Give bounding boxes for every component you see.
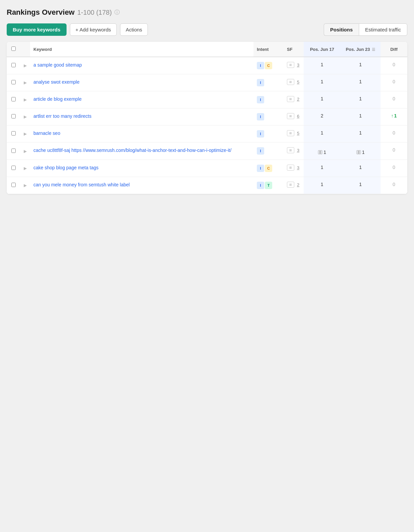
pos-jun17-cell: 2 bbox=[304, 108, 340, 125]
sf-col-header: SF bbox=[284, 42, 304, 57]
pos-jun23-cell: 1 bbox=[340, 108, 381, 125]
row-expand[interactable]: ▶ bbox=[20, 57, 30, 74]
sf-icon: ⊞ bbox=[287, 130, 294, 136]
diff-cell: 0 bbox=[381, 74, 407, 91]
pos-jun17-cell: 1 bbox=[304, 57, 340, 74]
sf-icon: ⊞ bbox=[287, 165, 294, 171]
row-expand[interactable]: ▶ bbox=[20, 91, 30, 108]
intent-badge-i: I bbox=[257, 96, 264, 103]
sf-cell: ⊞5 bbox=[284, 74, 304, 91]
pos-jun23-col-header[interactable]: Pos. Jun 23 ☰ bbox=[340, 42, 381, 57]
sf-cell: ⊞5 bbox=[284, 125, 304, 143]
sf-icon: ⊞ bbox=[287, 147, 294, 153]
row-checkbox-cell bbox=[7, 74, 20, 91]
row-checkbox[interactable] bbox=[11, 183, 16, 187]
sf-icon: ⊞ bbox=[287, 113, 294, 119]
diff-cell: ↑1 bbox=[381, 108, 407, 125]
intent-cell: IC bbox=[253, 160, 284, 177]
row-expand[interactable]: ▶ bbox=[20, 143, 30, 160]
intent-badge-i: I bbox=[257, 62, 264, 69]
diff-cell: 0 bbox=[381, 57, 407, 74]
row-checkbox-cell bbox=[7, 91, 20, 108]
sf-cell: ⊞2 bbox=[284, 177, 304, 194]
row-checkbox[interactable] bbox=[11, 166, 16, 170]
keyword-col-header: Keyword bbox=[30, 42, 253, 57]
row-expand[interactable]: ▶ bbox=[20, 177, 30, 194]
row-checkbox[interactable] bbox=[11, 80, 16, 84]
page-title: Rankings Overview bbox=[7, 8, 75, 17]
keyword-link[interactable]: can you mele money from semtush white la… bbox=[33, 182, 250, 188]
row-expand[interactable]: ▶ bbox=[20, 160, 30, 177]
row-expand[interactable]: ▶ bbox=[20, 125, 30, 143]
row-checkbox[interactable] bbox=[11, 131, 16, 136]
intent-cell: I bbox=[253, 108, 284, 125]
intent-col-header: Intent bbox=[253, 42, 284, 57]
row-expand[interactable]: ▶ bbox=[20, 108, 30, 125]
keyword-cell: barnacle seo bbox=[30, 125, 253, 143]
pos-jun23-cell: 1 bbox=[340, 91, 381, 108]
diff-cell: 0 bbox=[381, 125, 407, 143]
sf-icon: ⊞ bbox=[287, 182, 294, 188]
sf-count: 3 bbox=[297, 148, 299, 153]
intent-cell: I bbox=[253, 125, 284, 143]
pos-jun17-cell: 1 bbox=[304, 177, 340, 194]
add-keywords-button[interactable]: + Add keywords bbox=[70, 23, 117, 36]
intent-cell: I bbox=[253, 91, 284, 108]
intent-cell: IC bbox=[253, 57, 284, 74]
diff-cell: 0 bbox=[381, 143, 407, 160]
keyword-link[interactable]: barnacle seo bbox=[33, 130, 250, 137]
sf-count: 3 bbox=[297, 165, 299, 170]
pos-jun23-cell: 1 bbox=[340, 74, 381, 91]
pos-jun17-col-header[interactable]: Pos. Jun 17 bbox=[304, 42, 340, 57]
row-checkbox[interactable] bbox=[11, 97, 16, 101]
keyword-link[interactable]: cake shop blog page meta tags bbox=[33, 165, 250, 171]
select-all-checkbox[interactable] bbox=[11, 47, 16, 51]
intent-badge-c: C bbox=[265, 165, 272, 172]
keyword-link[interactable]: analyse swot exemple bbox=[33, 79, 250, 86]
info-icon[interactable]: ⓘ bbox=[114, 9, 120, 16]
intent-badge-i: I bbox=[257, 147, 264, 155]
sort-icon[interactable]: ☰ bbox=[372, 48, 375, 52]
keyword-cell: a sample good sitemap bbox=[30, 57, 253, 74]
expand-col-header bbox=[20, 42, 30, 57]
sf-icon: ⊞ bbox=[287, 96, 294, 102]
toolbar: Buy more keywords + Add keywords Actions… bbox=[7, 23, 407, 36]
keyword-cell: article de blog exemple bbox=[30, 91, 253, 108]
intent-badge-i: I bbox=[257, 79, 264, 86]
diff-up: ↑1 bbox=[384, 113, 404, 118]
pos-jun17-cell: 1 bbox=[304, 160, 340, 177]
keyword-link[interactable]: cache uc8ttf8f-saj https //www.semrush.c… bbox=[33, 147, 250, 154]
sf-cell: ⊞6 bbox=[284, 108, 304, 125]
tab-positions[interactable]: Positions bbox=[324, 23, 359, 36]
sf-count: 5 bbox=[297, 131, 299, 136]
row-checkbox[interactable] bbox=[11, 149, 16, 153]
row-expand[interactable]: ▶ bbox=[20, 74, 30, 91]
keyword-cell: artlist err too many redirects bbox=[30, 108, 253, 125]
sf-cell: ⊞3 bbox=[284, 160, 304, 177]
featured-snippet-17: 1 bbox=[318, 150, 326, 155]
actions-button[interactable]: Actions bbox=[120, 23, 148, 36]
diff-cell: 0 bbox=[381, 91, 407, 108]
keyword-link[interactable]: article de blog exemple bbox=[33, 96, 250, 103]
row-checkbox-cell bbox=[7, 177, 20, 194]
tab-estimated-traffic[interactable]: Estimated traffic bbox=[359, 23, 407, 36]
select-all-header[interactable] bbox=[7, 42, 20, 57]
row-checkbox[interactable] bbox=[11, 63, 16, 67]
intent-cell: I bbox=[253, 143, 284, 160]
sf-count: 2 bbox=[297, 97, 299, 102]
page-range: 1-100 (178) bbox=[77, 9, 112, 16]
featured-snippet-23: 1 bbox=[356, 150, 365, 155]
row-checkbox[interactable] bbox=[11, 114, 16, 118]
keyword-link[interactable]: a sample good sitemap bbox=[33, 62, 250, 69]
intent-badge-i: I bbox=[257, 165, 264, 172]
keyword-cell: cake shop blog page meta tags bbox=[30, 160, 253, 177]
keyword-link[interactable]: artlist err too many redirects bbox=[33, 113, 250, 120]
row-checkbox-cell bbox=[7, 108, 20, 125]
sf-cell: ⊞3 bbox=[284, 143, 304, 160]
pos-jun23-cell: 1 bbox=[340, 143, 381, 160]
sf-count: 5 bbox=[297, 80, 299, 85]
buy-keywords-button[interactable]: Buy more keywords bbox=[7, 23, 67, 36]
view-tabs: Positions Estimated traffic bbox=[324, 23, 407, 36]
pos-jun17-cell: 1 bbox=[304, 91, 340, 108]
intent-badge-c: C bbox=[265, 62, 272, 69]
